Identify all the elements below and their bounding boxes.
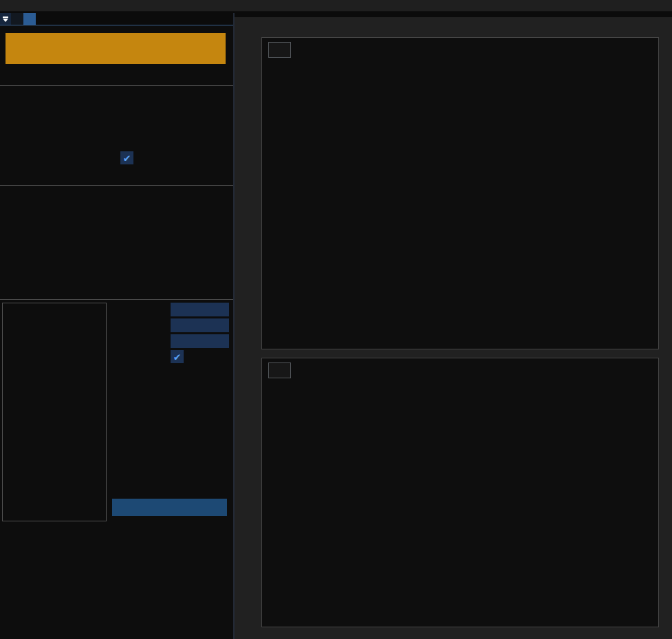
alias-input[interactable] [171,303,229,316]
check-icon: ✔ [124,151,131,164]
memcpy-legend[interactable] [268,42,291,58]
num-of-elements-plot-canvas[interactable] [262,358,658,627]
menu-bar [0,0,672,12]
memcpy-plot[interactable] [261,37,659,349]
plot-panel [235,17,672,639]
num-of-elements-legend[interactable] [268,362,291,378]
divider [0,185,233,186]
divider [0,299,233,300]
legend-swatch [273,366,282,375]
settings-section-title [0,74,233,85]
should-reset-checkbox[interactable]: ✔ [120,151,133,164]
legend-swatch [273,45,282,54]
memcpy-plot-canvas[interactable] [262,38,658,349]
divider [0,85,233,86]
indicators-section-title [0,174,233,184]
statistics-select[interactable] [171,334,229,348]
markers-checkbox[interactable]: ✔ [171,350,184,363]
channels-section-title [0,288,233,299]
tab-trace-viewer[interactable] [23,13,36,25]
collapse-bar [3,17,8,18]
num-of-elements-plot[interactable] [261,358,659,627]
tab-bar [0,13,233,25]
chevron-down-icon [3,19,8,22]
domain-select[interactable] [171,318,229,332]
export-csv-button[interactable] [112,499,227,516]
tab-var-viewer[interactable] [11,13,23,25]
check-icon: ✔ [174,350,181,363]
trace-settings-panel: ✔ ✔ [0,25,233,639]
channel-listbox [2,303,107,521]
should-reset-row: ✔ [0,151,233,165]
window-collapse-icon[interactable] [0,13,11,25]
stopped-button[interactable] [6,33,226,64]
